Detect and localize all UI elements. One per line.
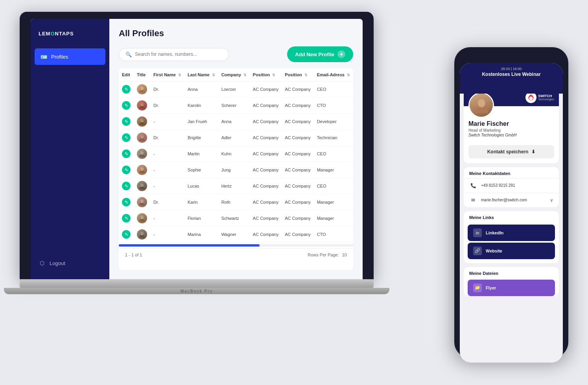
linkedin-icon: in: [473, 228, 482, 237]
flyer-button[interactable]: 📁 Flyer: [468, 280, 555, 296]
edit-icon[interactable]: ✎: [122, 166, 131, 174]
profile-card-top: SWITCH Technologies: [464, 94, 559, 106]
horizontal-scrollbar[interactable]: [119, 244, 353, 247]
search-input[interactable]: [135, 52, 221, 57]
linkedin-button[interactable]: in LinkedIn: [468, 225, 555, 241]
email-contact-item[interactable]: ✉ marie.fischer@switch.com ∨: [464, 193, 559, 207]
svg-point-23: [141, 200, 144, 203]
table-row: ✎ - Martin Kuhn AC Company AC Company CE…: [119, 146, 353, 162]
edit-cell[interactable]: ✎: [119, 146, 134, 162]
add-profile-label: Add New Profile: [295, 52, 334, 57]
add-icon: +: [337, 50, 345, 58]
expand-icon[interactable]: ∨: [550, 197, 553, 203]
logout-button[interactable]: ⬡ Logout: [31, 255, 109, 271]
phone-event-title: Kostenloses Live Webinar: [465, 72, 557, 78]
edit-icon[interactable]: ✎: [122, 117, 131, 126]
avatar-cell: [134, 162, 150, 178]
add-profile-button[interactable]: Add New Profile +: [287, 46, 353, 62]
linkedin-label: LinkedIn: [486, 230, 503, 235]
svg-point-19: [139, 187, 145, 189]
avatar-cell: [134, 194, 150, 210]
position2-cell: CEO: [314, 146, 353, 162]
avatar: [137, 181, 147, 191]
svg-point-13: [139, 155, 145, 157]
lastname-cell: Scherer: [218, 98, 250, 114]
edit-cell[interactable]: ✎: [119, 178, 134, 194]
title-cell: Dr.: [150, 98, 184, 114]
table-row: ✎ - Florian Schwartz AC Company AC Compa…: [119, 210, 353, 227]
save-contact-label: Kontakt speichern: [487, 149, 529, 155]
col-lastname[interactable]: Last Name ⇅: [184, 68, 218, 81]
phone-date: 28.03 | 16:00: [465, 67, 557, 71]
lastname-cell: Roth: [218, 194, 250, 210]
col-firstname[interactable]: First Name ⇅: [150, 68, 184, 81]
avatar: [137, 229, 147, 239]
switch-logo-icon: [525, 94, 536, 103]
website-button[interactable]: 🔗 Website: [468, 243, 555, 259]
company-cell: AC Company: [250, 210, 282, 227]
files-section-title: Meine Dateien: [464, 267, 559, 278]
profile-card: SWITCH Technologies Marie Fischer Head o…: [464, 94, 559, 163]
edit-icon[interactable]: ✎: [122, 214, 131, 223]
edit-icon[interactable]: ✎: [122, 230, 131, 239]
email-value: marie.fischer@switch.com: [481, 198, 546, 202]
toolbar: 🔍 Add New Profile +: [119, 46, 353, 62]
avatar: [137, 116, 147, 127]
company-logo-area: SWITCH Technologies: [525, 94, 554, 103]
col-company[interactable]: Company ⇅: [218, 68, 250, 81]
col-email[interactable]: Email-Adress ⇅: [314, 68, 353, 81]
edit-cell[interactable]: ✎: [119, 210, 134, 227]
col-position2[interactable]: Position ⇅: [282, 68, 313, 81]
laptop-model-label: MacBook Pro: [181, 289, 213, 293]
sidebar: LEMONTAPS 🪪 Profiles ⬡ Logout: [31, 19, 109, 279]
phone-contact-item[interactable]: 📞 +49 8153 9215 291: [464, 178, 559, 193]
save-contact-button[interactable]: Kontakt speichern ⬇: [468, 145, 554, 158]
edit-cell[interactable]: ✎: [119, 98, 134, 114]
svg-point-31: [475, 107, 488, 113]
switch-logo-sub: Technologies: [538, 98, 554, 101]
profile-position: Head of Marketing: [468, 128, 554, 133]
edit-cell[interactable]: ✎: [119, 114, 134, 130]
edit-icon[interactable]: ✎: [122, 182, 131, 190]
edit-icon[interactable]: ✎: [122, 101, 131, 110]
website-label: Website: [486, 249, 502, 253]
lastname-cell: Hertz: [218, 178, 250, 194]
logo-highlight: O: [50, 31, 55, 37]
title-cell: Dr.: [150, 194, 184, 210]
edit-cell[interactable]: ✎: [119, 162, 134, 178]
title-cell: Dr.: [150, 130, 184, 146]
contact-section-title: Meine Kontaktdaten: [464, 167, 559, 178]
lastname-cell: Jung: [218, 162, 250, 178]
title-cell: -: [150, 227, 184, 243]
edit-cell[interactable]: ✎: [119, 227, 134, 243]
svg-point-8: [141, 119, 144, 122]
contact-section: Meine Kontaktdaten 📞 +49 8153 9215 291 ✉…: [464, 167, 559, 207]
col-position1[interactable]: Position ⇅: [250, 68, 282, 81]
sidebar-item-profiles[interactable]: 🪪 Profiles: [35, 48, 105, 65]
profile-avatar: [468, 94, 494, 118]
laptop-base: [20, 279, 374, 288]
website-icon: 🔗: [473, 247, 482, 255]
phone-icon: 📞: [469, 182, 477, 190]
lastname-cell: Wagner: [218, 227, 250, 243]
firstname-cell: Anna: [184, 81, 218, 98]
edit-cell[interactable]: ✎: [119, 81, 134, 98]
edit-cell[interactable]: ✎: [119, 194, 134, 210]
title-cell: -: [150, 114, 184, 130]
svg-point-17: [141, 168, 144, 171]
firstname-cell: Jan Frueh: [184, 114, 218, 130]
profiles-table: Edit Title First Name ⇅ Last Name ⇅ Comp…: [119, 68, 353, 270]
firstname-cell: Florian: [184, 210, 218, 227]
search-box[interactable]: 🔍: [119, 48, 229, 61]
edit-icon[interactable]: ✎: [122, 149, 131, 158]
company-cell: AC Company: [250, 81, 282, 98]
edit-icon[interactable]: ✎: [122, 85, 131, 94]
edit-icon[interactable]: ✎: [122, 198, 131, 206]
svg-point-16: [139, 171, 145, 173]
position1-cell: AC Company: [282, 178, 313, 194]
edit-icon[interactable]: ✎: [122, 133, 131, 142]
rows-per-page-value[interactable]: 10: [342, 252, 347, 257]
position1-cell: AC Company: [282, 210, 313, 227]
phone-body: SWITCH Technologies Marie Fischer Head o…: [460, 94, 563, 363]
edit-cell[interactable]: ✎: [119, 130, 134, 146]
